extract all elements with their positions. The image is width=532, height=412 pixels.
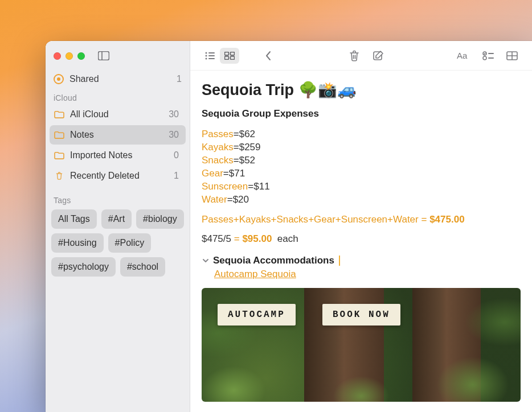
shared-icon <box>54 74 64 84</box>
tag-housing[interactable]: #Housing <box>51 233 104 253</box>
maximize-window-button[interactable] <box>77 52 85 60</box>
note-subtitle: Sequoia Group Expenses <box>202 108 521 120</box>
sidebar-item-imported-notes[interactable]: Imported Notes 0 <box>50 146 186 165</box>
svg-rect-15 <box>488 53 494 54</box>
sidebar-section-tags: Tags <box>46 192 190 207</box>
view-mode-segment <box>200 48 239 64</box>
sidebar-item-shared[interactable]: Shared 1 <box>46 71 190 90</box>
expense-row: Water=$20 <box>202 193 521 206</box>
svg-rect-10 <box>225 56 229 60</box>
expenses-block: Passes=$62 Kayaks=$259 Snacks=$52 Gear=$… <box>202 127 521 206</box>
attachment-image[interactable]: AUTOCAMP BOOK NOW <box>202 288 521 402</box>
content-area: Aa Sequoia Trip 🌳📸🚙 Sequoia Group Expens… <box>190 41 532 412</box>
sidebar-section-icloud: iCloud <box>46 90 190 105</box>
notes-window: Shared 1 iCloud All iCloud 30 Notes 30 <box>46 41 532 412</box>
svg-point-16 <box>483 56 486 60</box>
svg-point-4 <box>206 55 207 56</box>
folder-list: All iCloud 30 Notes 30 Imported Notes 0 <box>46 105 190 186</box>
svg-rect-3 <box>208 52 215 53</box>
toggle-sidebar-button[interactable] <box>95 48 112 63</box>
format-button[interactable]: Aa <box>455 48 474 64</box>
expense-row: Passes=$62 <box>202 127 521 141</box>
folder-icon <box>54 151 64 159</box>
svg-point-6 <box>206 57 207 59</box>
trash-icon <box>54 172 64 180</box>
new-note-button[interactable] <box>369 48 388 64</box>
back-button[interactable] <box>259 48 278 64</box>
sidebar: Shared 1 iCloud All iCloud 30 Notes 30 <box>46 41 190 412</box>
sidebar-item-count: 0 <box>174 150 181 160</box>
titlebar <box>46 41 190 71</box>
text-cursor <box>339 256 340 266</box>
expense-row: Snacks=$52 <box>202 154 521 167</box>
sidebar-item-label: Recently Deleted <box>70 171 168 181</box>
table-button[interactable] <box>502 48 522 64</box>
sidebar-item-notes[interactable]: Notes 30 <box>50 125 186 145</box>
tag-art[interactable]: #Art <box>101 209 132 229</box>
list-view-button[interactable] <box>200 48 220 64</box>
expense-row: Gear=$71 <box>202 167 521 180</box>
window-controls <box>54 52 85 60</box>
sidebar-item-all-icloud[interactable]: All iCloud 30 <box>50 105 186 124</box>
svg-rect-7 <box>208 58 215 59</box>
sidebar-item-label: Shared <box>69 74 171 84</box>
svg-rect-5 <box>208 55 215 56</box>
gallery-view-button[interactable] <box>220 48 239 64</box>
sidebar-item-count: 30 <box>169 109 181 120</box>
close-window-button[interactable] <box>54 52 61 60</box>
accommodations-heading[interactable]: Sequoia Accommodations <box>202 255 521 266</box>
note-title: Sequoia Trip 🌳📸🚙 <box>202 81 521 99</box>
per-person-line: $475/5 = $95.00 each <box>202 233 521 245</box>
svg-point-2 <box>206 52 207 53</box>
svg-rect-8 <box>225 52 229 55</box>
svg-rect-9 <box>231 52 235 55</box>
accommodations-label: Sequoia Accommodations <box>213 255 334 266</box>
tag-all-tags[interactable]: All Tags <box>51 209 97 229</box>
expense-formula: Passes+Kayaks+Snacks+Gear+Sunscreen+Wate… <box>202 214 521 225</box>
delete-note-button[interactable] <box>345 48 364 64</box>
accommodation-link[interactable]: Autocamp Sequoia <box>214 269 296 280</box>
folder-icon <box>54 110 64 118</box>
svg-rect-17 <box>488 57 494 59</box>
tag-school[interactable]: #school <box>120 257 165 277</box>
checklist-button[interactable] <box>478 48 498 64</box>
expense-row: Sunscreen=$11 <box>202 180 521 193</box>
sidebar-item-label: Imported Notes <box>70 150 168 160</box>
sidebar-item-count: 30 <box>169 130 181 140</box>
svg-text:Aa: Aa <box>457 51 468 60</box>
svg-rect-11 <box>231 56 235 60</box>
sidebar-item-count: 1 <box>174 171 181 181</box>
sidebar-item-label: Notes <box>70 130 163 140</box>
sidebar-item-recently-deleted[interactable]: Recently Deleted 1 <box>50 166 186 186</box>
folder-icon <box>54 131 64 139</box>
tag-psychology[interactable]: #psychology <box>51 257 116 277</box>
note-body[interactable]: Sequoia Trip 🌳📸🚙 Sequoia Group Expenses … <box>190 71 532 412</box>
photo-label-autocamp: AUTOCAMP <box>218 304 296 326</box>
chevron-down-icon <box>202 257 210 265</box>
tag-biology[interactable]: #biology <box>136 209 184 229</box>
tag-policy[interactable]: #Policy <box>108 233 152 253</box>
sidebar-item-label: All iCloud <box>70 109 163 120</box>
sidebar-item-count: 1 <box>177 74 182 84</box>
svg-rect-0 <box>99 52 109 60</box>
expense-row: Kayaks=$259 <box>202 141 521 154</box>
tags-area: All Tags #Art #biology #Housing #Policy … <box>46 207 190 279</box>
toolbar: Aa <box>190 41 532 71</box>
photo-label-book-now: BOOK NOW <box>322 304 400 326</box>
minimize-window-button[interactable] <box>66 52 73 60</box>
